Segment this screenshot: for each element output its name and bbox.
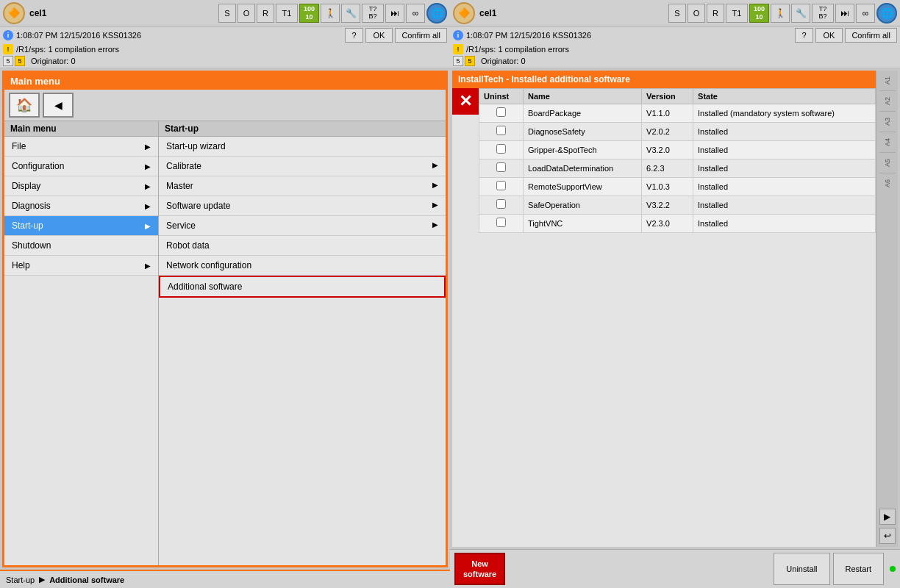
close-btn-right[interactable]: ✕: [452, 88, 479, 115]
sidebar-label-a4-right: A4: [884, 135, 891, 149]
software-table-wrapper: Uninst Name Version State BoardPackage V…: [479, 88, 876, 547]
menu-right-col: Start-up wizard Calibrate▶ Master▶ Softw…: [159, 137, 446, 565]
cell-version-2: V3.2.0: [642, 141, 693, 159]
menu-col-headers: Main menu Start-up: [4, 121, 446, 137]
tool-btn-left[interactable]: 🔧: [341, 4, 360, 23]
right-topbar: 🔶 cel1 S O R T1 10010 🚶 🔧 T?B? ⏭ ∞ 🌐: [450, 0, 900, 26]
left-notif-btns: ? OK Confirm all: [345, 28, 447, 43]
col-header-main: Main menu: [4, 121, 159, 136]
table-body: BoardPackage V1.1.0 Installed (mandatory…: [479, 104, 876, 233]
menu-item-shutdown[interactable]: Shutdown: [4, 236, 158, 256]
menu-item-display[interactable]: Display▶: [4, 176, 158, 196]
cb-diagnosesafety[interactable]: [496, 126, 506, 135]
menu-item-robot-data[interactable]: Robot data: [159, 236, 446, 256]
btn-r-right[interactable]: R: [707, 4, 724, 23]
cb-loaddata[interactable]: [496, 162, 506, 172]
skip-btn-left[interactable]: ⏭: [385, 4, 404, 23]
inf-btn-right[interactable]: ∞: [856, 4, 875, 23]
btn-s-left[interactable]: S: [218, 4, 236, 23]
menu-header: Main menu: [4, 73, 446, 90]
cell-name-6: TightVNC: [524, 215, 642, 233]
cb-gripper[interactable]: [496, 144, 506, 154]
walk-btn-left[interactable]: 🚶: [321, 4, 340, 23]
sidebar-label-a2-right: A2: [884, 94, 891, 108]
inf-btn-left[interactable]: ∞: [406, 4, 425, 23]
th-uninst: Uninst: [479, 89, 524, 104]
confirm-btn-right[interactable]: Confirm all: [845, 28, 897, 43]
left-toolbar-buttons: S O R T1: [218, 4, 298, 23]
uninstall-btn[interactable]: Uninstall: [774, 553, 829, 585]
cb-safeoperation[interactable]: [496, 199, 506, 209]
btn-o-right[interactable]: O: [688, 4, 705, 23]
menu-item-help[interactable]: Help▶: [4, 256, 158, 276]
back-btn[interactable]: ◀: [43, 93, 74, 118]
sidebar-label-a1-right: A1: [884, 74, 891, 87]
menu-item-additional-software[interactable]: Additional software: [159, 276, 446, 298]
cb-remote[interactable]: [496, 181, 506, 190]
scroll-right-arrow[interactable]: ▶: [879, 509, 896, 525]
breadcrumb-arrow: ▶: [39, 575, 45, 584]
menu-item-master[interactable]: Master▶: [159, 176, 446, 196]
menu-item-configuration[interactable]: Configuration▶: [4, 157, 158, 176]
cell-name-1: DiagnoseSafety: [524, 123, 642, 141]
right-toolbar-buttons: S O R T1: [668, 4, 748, 23]
tool-btn-right[interactable]: 🔧: [791, 4, 810, 23]
notif-icon-blue-left: i: [3, 30, 13, 40]
question-btn-right[interactable]: ?: [795, 28, 813, 43]
btn-t1-left[interactable]: T1: [276, 4, 298, 23]
left-content-wrapper: Main menu 🏠 ◀ Main menu Start-up File▶: [0, 68, 450, 570]
right-logo: 🔶: [453, 2, 475, 24]
table-row: LoadDataDetermination 6.2.3 Installed: [479, 159, 876, 178]
sidebar-divider-3: [879, 132, 896, 132]
notif-icon-yellow-left: !: [3, 44, 13, 54]
walk-btn-right[interactable]: 🚶: [771, 4, 790, 23]
cell-name-3: LoadDataDetermination: [524, 159, 642, 178]
cell-version-5: V3.2.2: [642, 196, 693, 215]
menu-item-service[interactable]: Service▶: [159, 216, 446, 236]
new-software-btn[interactable]: Newsoftware: [454, 553, 505, 585]
cell-name-4: RemoteSupportView: [524, 178, 642, 196]
notif-text2-right: /R1/sps: 1 compilation errors: [466, 45, 569, 54]
home-btn[interactable]: 🏠: [9, 93, 40, 118]
skip-btn-right[interactable]: ⏭: [835, 4, 854, 23]
menu-item-startup[interactable]: Start-up▶: [4, 216, 158, 236]
btn-t1-right[interactable]: T1: [726, 4, 748, 23]
th-name: Name: [524, 89, 642, 104]
table-row: RemoteSupportView V1.0.3 Installed: [479, 178, 876, 196]
tb-btn-right[interactable]: T?B?: [812, 4, 834, 23]
table-area: ✕ Uninst Name Version State: [452, 88, 876, 547]
right-notif-row2: ! /R1/sps: 1 compilation errors: [453, 42, 897, 56]
menu-item-diagnosis[interactable]: Diagnosis▶: [4, 196, 158, 216]
sidebar-divider-5: [879, 173, 896, 173]
ok-btn-right[interactable]: OK: [815, 28, 843, 43]
menu-item-network-config[interactable]: Network configuration: [159, 256, 446, 276]
install-header: InstallTech - Installed additional softw…: [452, 71, 876, 88]
breadcrumb-bold: Additional software: [49, 576, 124, 584]
cell-version-1: V2.0.2: [642, 123, 693, 141]
ok-btn-left[interactable]: OK: [365, 28, 393, 43]
software-table: Uninst Name Version State BoardPackage V…: [479, 88, 876, 233]
btn-s-right[interactable]: S: [668, 4, 686, 23]
question-btn-left[interactable]: ?: [345, 28, 362, 43]
originator-right: Originator: 0: [481, 57, 526, 65]
cb-tightvnc[interactable]: [496, 218, 506, 227]
left-status-row: 5 5 Originator: 0: [3, 56, 447, 66]
tb-btn-left[interactable]: T?B?: [362, 4, 384, 23]
cell-version-4: V1.0.3: [642, 178, 693, 196]
right-title: cel1: [479, 8, 496, 18]
left-breadcrumb: Start-up ▶ Additional software: [0, 570, 450, 588]
menu-item-file[interactable]: File▶: [4, 137, 158, 157]
menu-item-startup-wizard[interactable]: Start-up wizard: [159, 137, 446, 157]
scroll-back-right[interactable]: ↩: [879, 528, 896, 544]
btn-r-left[interactable]: R: [257, 4, 274, 23]
notif-text1-left: 1:08:07 PM 12/15/2016 KSS01326: [16, 31, 342, 40]
menu-item-software-update[interactable]: Software update▶: [159, 196, 446, 216]
confirm-btn-left[interactable]: Confirm all: [395, 28, 447, 43]
restart-btn[interactable]: Restart: [833, 553, 884, 585]
menu-item-calibrate[interactable]: Calibrate▶: [159, 157, 446, 176]
cb-boardpackage[interactable]: [496, 107, 506, 117]
sidebar-divider-2: [879, 111, 896, 112]
btn-o-left[interactable]: O: [238, 4, 255, 23]
cell-state-2: Installed: [693, 141, 876, 159]
sidebar-divider-4: [879, 152, 896, 153]
